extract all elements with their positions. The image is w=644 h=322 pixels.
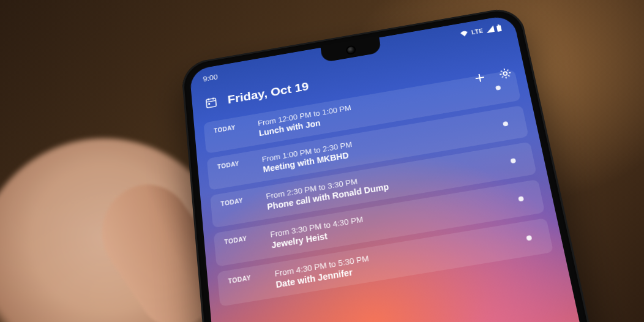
svg-rect-6 bbox=[208, 103, 210, 105]
event-color-dot bbox=[510, 158, 516, 163]
calendar-icon bbox=[205, 96, 218, 109]
phone-device: 9:00 LTE bbox=[181, 6, 623, 322]
event-day-label: TODAY bbox=[217, 156, 258, 170]
plus-icon bbox=[473, 72, 487, 84]
svg-line-16 bbox=[502, 76, 503, 77]
event-day-label: TODAY bbox=[224, 231, 267, 245]
event-day-label: TODAY bbox=[220, 193, 263, 208]
svg-line-12 bbox=[500, 74, 501, 75]
svg-line-13 bbox=[509, 73, 511, 73]
svg-line-8 bbox=[476, 77, 484, 78]
status-indicators: LTE bbox=[460, 24, 503, 38]
svg-rect-0 bbox=[496, 25, 502, 32]
date-title: Friday, Oct 19 bbox=[227, 80, 310, 107]
cellular-signal-icon bbox=[485, 25, 495, 33]
svg-line-11 bbox=[506, 77, 506, 78]
wifi-icon bbox=[460, 30, 470, 38]
battery-icon bbox=[496, 24, 503, 32]
event-color-dot bbox=[495, 85, 501, 91]
event-color-dot bbox=[503, 121, 509, 126]
svg-line-15 bbox=[508, 75, 509, 77]
settings-button[interactable] bbox=[498, 67, 513, 80]
event-day-label: TODAY bbox=[214, 120, 255, 134]
svg-line-10 bbox=[504, 69, 505, 70]
add-event-button[interactable] bbox=[473, 72, 487, 84]
gear-icon bbox=[498, 67, 513, 80]
svg-line-17 bbox=[507, 70, 508, 71]
event-day-label: TODAY bbox=[228, 270, 271, 285]
svg-rect-2 bbox=[206, 98, 217, 108]
event-color-dot bbox=[518, 196, 524, 201]
svg-point-9 bbox=[503, 72, 507, 75]
front-camera bbox=[347, 47, 355, 54]
svg-line-14 bbox=[501, 70, 502, 72]
status-time: 9:00 bbox=[203, 72, 218, 83]
svg-line-3 bbox=[206, 100, 215, 102]
event-color-dot bbox=[526, 234, 532, 240]
photo-background: 9:00 LTE bbox=[0, 0, 644, 322]
network-type-label: LTE bbox=[471, 28, 484, 36]
